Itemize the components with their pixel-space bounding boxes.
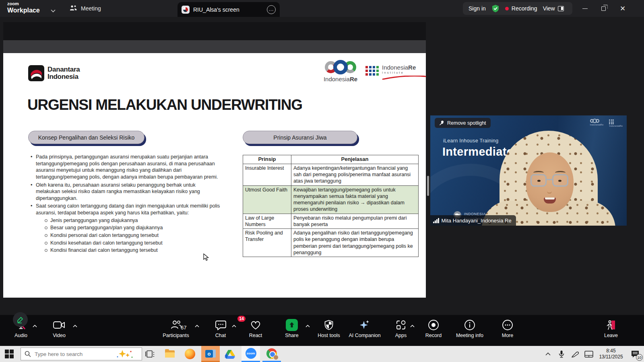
view-button[interactable]: View xyxy=(543,5,564,12)
audio-chevron-up-icon[interactable] xyxy=(33,322,37,329)
minimize-button[interactable] xyxy=(578,2,592,14)
file-explorer-button[interactable] xyxy=(162,348,178,360)
participants-chevron-up-icon[interactable] xyxy=(195,322,199,329)
chat-chevron-up-icon[interactable] xyxy=(232,322,236,329)
annotate-button[interactable] xyxy=(13,312,28,327)
bullet-list: Pada prinsipnya, pertanggungan asuransi … xyxy=(30,154,221,255)
sparkle-icon xyxy=(345,319,384,331)
brand-zoom: zoom xyxy=(7,2,40,6)
participants-button[interactable]: Participants 67 xyxy=(157,319,195,338)
chrome-profile-avatar xyxy=(273,355,279,360)
participants-label: Participants xyxy=(157,333,195,338)
record-icon xyxy=(414,319,453,331)
tile-dots-icon xyxy=(609,119,623,124)
sub-bullet-item: Kondisi financial dari calon tertanggung… xyxy=(44,247,221,254)
institute-dots-icon xyxy=(365,66,379,80)
outlook-icon: o xyxy=(205,349,216,358)
task-view-button[interactable] xyxy=(142,348,158,360)
firefox-icon xyxy=(185,349,195,359)
zoom-taskbar-button[interactable]: zoom xyxy=(242,346,260,362)
tile-rings-icon xyxy=(590,119,604,123)
shared-app-gray-band xyxy=(3,40,426,53)
start-button[interactable] xyxy=(5,350,14,360)
participant-name-bar: Mita Handayani_Indonesia Re xyxy=(430,215,516,226)
google-drive-button[interactable] xyxy=(222,348,238,360)
tile-corner-logos: IndonesiaRe IndonesiaRe xyxy=(590,119,623,127)
maximize-button[interactable] xyxy=(597,2,610,14)
brand-workplace: Workplace xyxy=(7,7,40,14)
task-view-icon xyxy=(145,350,155,358)
outlook-button[interactable]: o xyxy=(201,346,220,362)
firefox-button[interactable] xyxy=(182,348,198,360)
shared-app-top-band xyxy=(3,22,426,40)
windows-taskbar: o zoom xyxy=(0,346,644,362)
pill-konsep: Konsep Pengalihan dan Seleksi Risiko xyxy=(28,131,144,144)
slide-title: URGENSI MELAKUKAN UNDERWRITING xyxy=(27,97,302,113)
tile-indonesiare-logo: IndonesiaRe xyxy=(590,119,604,127)
video-chevron-up-icon[interactable] xyxy=(73,322,77,329)
meeting-status-group: Sign in Recording View xyxy=(463,2,572,15)
search-icon xyxy=(25,351,31,357)
leave-door-icon xyxy=(592,319,630,331)
chrome-button[interactable] xyxy=(262,346,281,362)
screen-share-icon xyxy=(182,6,190,14)
leave-button[interactable]: Leave xyxy=(592,319,630,338)
heart-icon xyxy=(236,319,275,331)
spotlight-video-tile[interactable]: iLearn Inhouse Training Intermediate Ind… xyxy=(430,115,627,226)
shield-check-icon[interactable] xyxy=(491,4,500,12)
participant-name: Mita Handayani_Indonesia Re xyxy=(442,218,512,224)
danantara-flag-icon xyxy=(28,65,44,81)
zoom-app-icon: zoom xyxy=(246,348,256,359)
indonesiare-rings-icon xyxy=(320,60,361,75)
sub-bullet-item: Kondisi kesehatan dari calon tertanggung… xyxy=(44,240,221,247)
close-icon: ✕ xyxy=(620,4,625,13)
danantara-logo-text: Danantara Indonesia xyxy=(47,66,80,81)
sub-bullet-list: Jenis pertanggungan yang diajukannya Bes… xyxy=(36,217,221,254)
tab-shared-screen[interactable]: RIU_Alsa's screen … xyxy=(178,2,280,17)
close-button[interactable]: ✕ xyxy=(616,2,630,14)
danantara-logo: Danantara Indonesia xyxy=(28,65,80,81)
notification-count-badge: 10 xyxy=(636,354,643,361)
participants-count: 67 xyxy=(181,325,186,331)
minimize-icon xyxy=(582,8,588,9)
tab-options-ellipsis-icon[interactable]: … xyxy=(267,5,276,14)
table-row-highlighted: Utmost Good Faith Kewajiban tertanggung/… xyxy=(243,185,419,214)
host-tools-label: Host tools xyxy=(310,333,348,338)
record-label: Record xyxy=(414,333,453,338)
chevron-down-icon[interactable] xyxy=(51,7,56,14)
more-button[interactable]: More xyxy=(488,319,527,338)
tray-chevron-up-icon[interactable] xyxy=(541,352,555,356)
speaker-mouth xyxy=(544,197,556,204)
react-button[interactable]: React xyxy=(236,319,275,338)
sign-in-link[interactable]: Sign in xyxy=(469,5,486,12)
record-button[interactable]: Record xyxy=(414,319,453,338)
sub-bullet-item: Kondisi personal dari calon tertanggung … xyxy=(44,232,221,239)
meeting-info-button[interactable]: Meeting info xyxy=(450,319,489,338)
more-label: More xyxy=(488,333,527,338)
recording-dot-icon xyxy=(505,7,509,10)
share-label: Share xyxy=(272,333,311,338)
chrome-icon xyxy=(266,348,277,359)
taskbar-clock[interactable]: 8:45 13/11/2025 xyxy=(596,348,626,360)
shield-icon xyxy=(310,319,348,331)
ai-companion-label: AI Companion xyxy=(345,333,384,338)
drive-icon xyxy=(225,350,235,359)
tab-meeting[interactable]: Meeting xyxy=(69,0,101,17)
ai-companion-button[interactable]: AI Companion xyxy=(345,319,384,338)
host-tools-button[interactable]: Host tools xyxy=(310,319,348,338)
training-subtitle: iLearn Inhouse Training xyxy=(443,138,499,144)
app-logo: zoom Workplace xyxy=(7,2,40,14)
pill-prinsip: Prinsip Asuransi Jiwa xyxy=(243,131,357,144)
notification-center-button[interactable]: 10 xyxy=(626,350,644,358)
share-screen-icon xyxy=(286,319,298,331)
tray-pen-icon[interactable] xyxy=(568,350,582,358)
panel-resize-handle[interactable] xyxy=(427,176,429,196)
bullet-item: Saat seorang calon tertanggung datang da… xyxy=(30,203,221,253)
red-swoosh-icon xyxy=(382,76,426,80)
tray-mic-icon[interactable] xyxy=(555,350,568,358)
tile-institute-logo: IndonesiaRe xyxy=(609,119,623,127)
tray-touchpad-icon[interactable] xyxy=(582,351,596,358)
remove-spotlight-label: Remove spotlight xyxy=(447,120,486,126)
remove-spotlight-button[interactable]: Remove spotlight xyxy=(435,118,491,128)
pin-icon xyxy=(439,120,444,125)
